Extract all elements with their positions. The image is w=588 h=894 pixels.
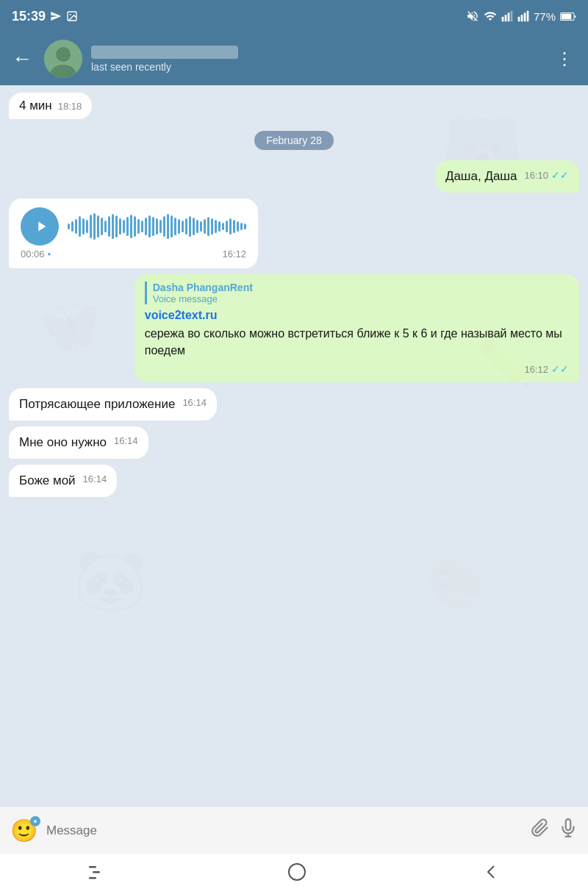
forwarded-bubble: Dasha PhanganRent Voice message voice2te… — [135, 274, 579, 382]
voice-bottom: 00:06 ● 16:12 — [21, 248, 246, 260]
waveform-bar — [215, 220, 217, 233]
waveform-bar — [226, 221, 228, 232]
waveform-bar — [134, 216, 136, 237]
message-row-2: Даша, Даша 16:10 ✓✓ — [9, 160, 579, 193]
emoji-button[interactable]: 🙂 ● — [10, 818, 37, 843]
mic-button[interactable] — [559, 818, 578, 843]
android-menu-button[interactable] — [89, 865, 110, 884]
svg-rect-7 — [521, 15, 523, 21]
waveform-bar — [108, 216, 110, 237]
message-bubble-5: Потрясающее приложение 16:14 — [9, 388, 217, 421]
back-button[interactable]: ← — [9, 44, 35, 74]
svg-text:🐼: 🐼 — [74, 545, 147, 615]
waveform-bar — [97, 215, 99, 237]
svg-rect-8 — [524, 12, 526, 21]
transcription-link[interactable]: voice2text.ru — [145, 309, 569, 322]
status-right-area: 77% — [466, 10, 576, 23]
svg-rect-22 — [89, 866, 96, 868]
waveform-bar — [104, 221, 107, 232]
waveform-bar — [93, 213, 96, 240]
waveform-bar — [123, 220, 125, 233]
waveform-bar — [148, 215, 151, 237]
waveform-bar — [126, 217, 129, 236]
message-meta-7: 16:14 — [83, 473, 107, 484]
message-meta-6: 16:14 — [114, 435, 138, 446]
message-meta-4: 16:12 ✓✓ — [524, 363, 569, 375]
android-home-button[interactable] — [287, 862, 306, 886]
waveform-bar — [141, 221, 143, 232]
avatar-image — [44, 40, 82, 78]
svg-text:🎨: 🎨 — [426, 555, 487, 612]
sent-meta-4: 16:12 ✓✓ — [145, 362, 569, 375]
reply-author: Dasha PhanganRent — [153, 282, 569, 293]
message-meta-5: 16:14 — [182, 397, 207, 408]
waveform-bar — [182, 221, 184, 232]
voice-duration: 00:06 ● — [21, 248, 51, 260]
message-time-5: 16:14 — [182, 397, 207, 408]
message-text-2: Даша, Даша — [445, 169, 517, 183]
waveform-bar — [145, 218, 147, 235]
svg-rect-9 — [527, 11, 529, 22]
play-button[interactable] — [21, 207, 59, 246]
message-time-4: 16:12 — [524, 364, 548, 375]
message-input[interactable] — [46, 823, 522, 838]
voice-dot: ● — [48, 251, 51, 257]
home-circle-icon — [287, 862, 306, 882]
message-row-5: Потрясающее приложение 16:14 — [9, 388, 579, 421]
waveform-bar — [193, 218, 195, 235]
waveform-bar — [207, 217, 209, 236]
message-row-4: Dasha PhanganRent Voice message voice2te… — [9, 274, 579, 382]
svg-rect-5 — [511, 11, 513, 22]
battery-percent: 77% — [534, 10, 556, 23]
mic-icon — [559, 818, 578, 837]
signal-icon — [501, 10, 513, 23]
more-button[interactable]: ⋮ — [550, 46, 579, 72]
waveform-bar — [156, 218, 158, 235]
waveform-bar — [130, 215, 132, 238]
contact-status: last seen recently — [91, 61, 541, 73]
voice-message-bubble: 00:06 ● 16:12 — [9, 199, 258, 268]
contact-info[interactable]: last seen recently — [91, 46, 541, 73]
status-time-area: 15:39 — [12, 9, 78, 24]
attach-button[interactable] — [531, 818, 550, 843]
mute-icon — [466, 10, 479, 23]
send-icon — [50, 10, 62, 22]
waveform-bar — [79, 216, 81, 237]
waveform-bar — [229, 218, 232, 235]
message-row-1: 4 мин 18:18 — [9, 93, 579, 119]
voice-inner — [21, 207, 246, 246]
date-label: February 28 — [254, 131, 333, 150]
waveform-bar — [82, 218, 85, 235]
svg-point-13 — [56, 47, 71, 62]
message-bubble-1: 4 мин 18:18 — [9, 93, 92, 119]
reply-preview: Voice message — [153, 293, 569, 304]
message-time-6: 16:14 — [114, 435, 138, 446]
svg-rect-3 — [505, 15, 507, 21]
waveform-bar — [200, 221, 202, 232]
waveform-bar — [137, 219, 140, 234]
read-check-2: ✓✓ — [551, 169, 569, 181]
android-back-button[interactable] — [484, 862, 499, 886]
svg-rect-6 — [518, 17, 520, 22]
nav-bar: ← last seen recently ⋮ — [0, 32, 588, 85]
svg-rect-11 — [562, 13, 572, 19]
message-time-1: 18:18 — [58, 101, 82, 112]
contact-avatar[interactable] — [44, 40, 82, 78]
message-text-5: Потрясающее приложение — [19, 397, 175, 411]
message-text-7: Боже мой — [19, 473, 76, 487]
waveform-bar — [204, 219, 206, 234]
waveform-bar — [233, 220, 235, 233]
svg-rect-24 — [89, 877, 96, 879]
back-chevron-icon — [484, 862, 499, 882]
date-separator: February 28 — [9, 131, 579, 150]
message-bubble-6: Мне оно нужно 16:14 — [9, 426, 148, 459]
android-nav-bar — [0, 854, 588, 894]
waveform-bar — [75, 219, 77, 234]
waveform-bar — [115, 215, 118, 237]
play-icon — [33, 218, 49, 235]
waveform-bar — [112, 214, 114, 239]
waveform-bar — [178, 219, 180, 234]
waveform-bar — [90, 215, 92, 238]
waveform-bars — [68, 213, 246, 240]
message-row-7: Боже мой 16:14 — [9, 465, 579, 497]
